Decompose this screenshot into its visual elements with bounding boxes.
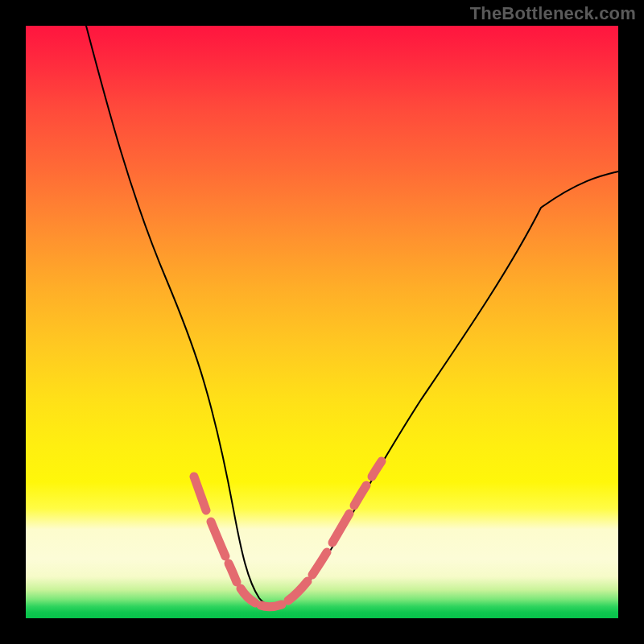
accent-right-upper <box>372 461 382 477</box>
accent-left-mid <box>211 522 225 556</box>
accent-right-mid2 <box>354 485 366 506</box>
accent-left-upper <box>194 477 206 510</box>
curve-layer <box>26 26 618 618</box>
accent-right-lower <box>288 581 308 601</box>
bottleneck-curve <box>86 26 618 606</box>
chart-frame: TheBottleneck.com <box>0 0 644 644</box>
accent-left-mid2 <box>229 564 237 582</box>
plot-area <box>26 26 618 618</box>
accent-well-bottom <box>261 605 282 607</box>
accent-right-lower2 <box>312 552 327 575</box>
accent-left-lower <box>241 588 255 603</box>
accent-right-mid <box>332 514 349 543</box>
watermark-text: TheBottleneck.com <box>470 3 636 24</box>
